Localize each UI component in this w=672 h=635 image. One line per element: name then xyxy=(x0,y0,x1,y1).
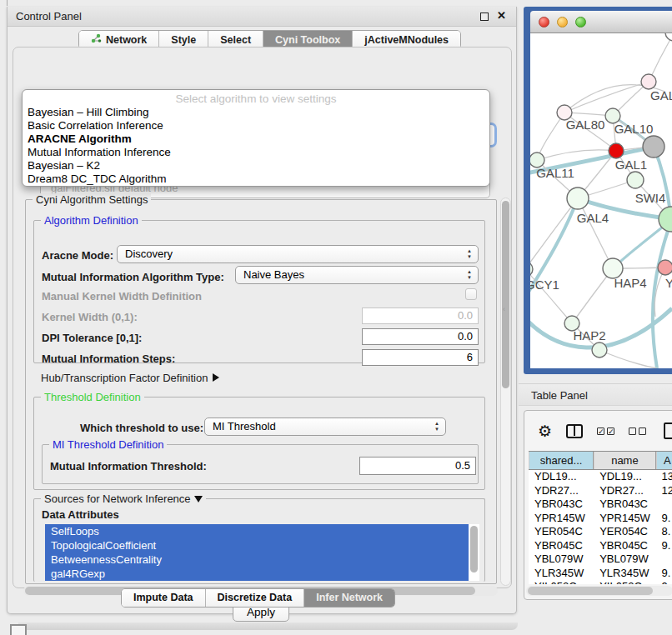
attribute-item[interactable]: TopologicalCoefficient xyxy=(45,538,469,552)
table-row[interactable]: YIL052CYIL052C9 xyxy=(529,580,672,584)
mi-threshold-input[interactable]: 0.5 xyxy=(359,457,476,475)
network-node-label: GAL80 xyxy=(566,118,605,132)
mi-steps-label: Mutual Information Steps: xyxy=(42,352,175,365)
network-node[interactable] xyxy=(665,33,672,41)
table-cell xyxy=(656,498,672,512)
column-header-a[interactable]: A xyxy=(656,452,672,469)
network-node[interactable] xyxy=(641,74,656,89)
table-row[interactable]: YER054CYER054C8. xyxy=(529,525,672,539)
tab-jactivemnodules[interactable]: jActiveMNodules xyxy=(353,31,460,48)
column-header-name[interactable]: name xyxy=(594,452,655,469)
tab-label: Network xyxy=(106,34,147,46)
columns-icon[interactable] xyxy=(566,424,583,438)
algorithm-option[interactable]: Basic Correlation Inference xyxy=(23,119,489,132)
sources-collapser[interactable]: Sources for Network Inference xyxy=(41,492,206,505)
deselect-all-checkboxes-icon[interactable] xyxy=(629,428,646,435)
algorithm-option[interactable]: ARACNE Algorithm xyxy=(23,132,489,146)
algorithm-option[interactable]: Bayesian – K2 xyxy=(23,159,489,172)
zoom-traffic-light[interactable] xyxy=(575,17,586,28)
algorithm-dropdown-popup: Select algorithm to view settings Bayesi… xyxy=(22,89,490,187)
table-cell: YDL19... xyxy=(529,470,594,484)
table-row[interactable]: YBR043CYBR043C xyxy=(529,498,672,512)
attribute-item[interactable]: SelfLoops xyxy=(45,524,469,538)
which-threshold-combo[interactable]: MI Threshold xyxy=(204,418,446,436)
attribute-item[interactable]: gal4RGexp xyxy=(45,567,469,581)
column-header-shared-[interactable]: shared... xyxy=(529,452,594,469)
table-hscrollbar-thumb[interactable] xyxy=(528,587,653,595)
tab-select[interactable]: Select xyxy=(208,31,263,48)
table-horizontal-scrollbar[interactable] xyxy=(526,586,672,596)
kernel-width-input[interactable]: 0.0 xyxy=(362,308,479,324)
network-node[interactable] xyxy=(592,342,607,358)
table-cell: YPR145W xyxy=(529,512,594,526)
table-header-row: shared...nameA xyxy=(529,451,672,470)
mi-threshold-group: MI Threshold Definition Mutual Informati… xyxy=(42,444,479,484)
mi-steps-input[interactable]: 6 xyxy=(362,349,479,366)
mi-threshold-title: MI Threshold Definition xyxy=(49,438,167,451)
network-node[interactable] xyxy=(567,188,589,209)
table-cell: YBL079W xyxy=(529,552,594,567)
table-row[interactable]: YBL079WYBL079W xyxy=(529,552,672,567)
table-row[interactable]: YDR27...YDR27...12 xyxy=(529,484,672,498)
network-node-label: GAL10 xyxy=(614,122,654,136)
table-cell: 12 xyxy=(656,484,672,498)
network-node[interactable] xyxy=(609,143,624,158)
table-panel-titlebar: Table Panel xyxy=(519,383,672,406)
algorithm-popup-placeholder: Select algorithm to view settings xyxy=(23,92,489,106)
manual-kernel-width-checkbox[interactable] xyxy=(465,288,477,300)
aracne-mode-combo[interactable]: Discovery xyxy=(117,245,479,263)
tab-cyni-toolbox[interactable]: Cyni Toolbox xyxy=(263,31,353,48)
float-window-icon[interactable] xyxy=(480,12,489,21)
network-node-label: SWI4 xyxy=(635,191,666,205)
table-cell xyxy=(656,552,672,567)
close-traffic-light[interactable] xyxy=(539,17,549,28)
network-node-label: GAL11 xyxy=(536,166,574,180)
control-panel-titlebar: Control Panel ✕ xyxy=(8,7,516,27)
settings-vertical-scrollbar[interactable] xyxy=(500,198,511,586)
cyni-settings-title: Cyni Algorithm Settings xyxy=(33,193,151,206)
close-icon[interactable]: ✕ xyxy=(497,9,506,22)
panel-divider-grabber[interactable]: ‹ xyxy=(503,305,505,313)
algorithm-option[interactable]: Bayesian – Hill Climbing xyxy=(23,106,489,119)
tab-content-panel: galFiltered.sif default node Select algo… xyxy=(13,47,512,588)
tab-impute-data[interactable]: Impute Data xyxy=(122,589,206,607)
control-panel-window: Control Panel ✕ NetworkStyleSelectCyni T… xyxy=(7,7,517,614)
cyni-mode-segmented-control: Impute DataDiscretize DataInfer Network xyxy=(121,588,395,608)
dpi-tolerance-input[interactable]: 0.0 xyxy=(362,328,479,345)
table-row[interactable]: YBR045CYBR045C9. xyxy=(529,539,672,553)
threshold-definition-group: Threshold Definition Which threshold to … xyxy=(33,397,485,490)
algorithm-definition-title: Algorithm Definition xyxy=(41,214,142,227)
mi-algorithm-type-combo[interactable]: Naive Bayes xyxy=(235,266,479,284)
tab-label: Cyni Toolbox xyxy=(275,34,340,46)
select-all-checkboxes-icon[interactable] xyxy=(597,428,614,435)
hub-definition-expander[interactable]: Hub/Transcription Factor Definition xyxy=(41,372,219,384)
gear-icon[interactable]: ⚙ xyxy=(538,423,552,439)
network-node[interactable] xyxy=(658,260,672,275)
minimize-traffic-light[interactable] xyxy=(557,17,568,28)
network-canvas[interactable]: GALGAL80GAL10GAL1GAL11SWI4GAL4GCY1HAP4YH… xyxy=(530,33,672,368)
network-node[interactable] xyxy=(627,172,644,188)
table-row[interactable]: YPR145WYPR145W9. xyxy=(529,512,672,526)
algorithm-option[interactable]: Mutual Information Inference xyxy=(23,146,489,159)
floating-panel-icon[interactable] xyxy=(10,624,27,635)
attribute-item[interactable]: BetweennessCentrality xyxy=(45,552,469,567)
attributes-scrollbar[interactable] xyxy=(470,526,478,572)
table-cell: YDL19... xyxy=(594,470,655,484)
tab-style[interactable]: Style xyxy=(159,31,208,48)
network-node-label: HAP2 xyxy=(573,328,605,342)
new-table-icon[interactable] xyxy=(664,422,672,439)
network-node[interactable] xyxy=(530,262,533,277)
table-row[interactable]: YDL19...YDL19...13 xyxy=(529,470,672,484)
table-cell: YBR043C xyxy=(529,498,594,512)
tab-network[interactable]: Network xyxy=(79,31,159,48)
network-node-label: GCY1 xyxy=(530,278,559,292)
algorithm-option[interactable]: Dream8 DC_TDC Algorithm xyxy=(23,172,489,186)
network-node[interactable] xyxy=(643,136,664,158)
tab-infer-network[interactable]: Infer Network xyxy=(304,589,394,607)
tab-discretize-data[interactable]: Discretize Data xyxy=(206,589,305,607)
node-table: shared...nameA YDL19...YDL19...13YDR27..… xyxy=(529,451,672,584)
table-row[interactable]: YLR345WYLR345W9. xyxy=(529,567,672,581)
settings-scrollbar-thumb[interactable] xyxy=(502,201,509,388)
network-edge xyxy=(564,82,649,112)
network-node-label: Y xyxy=(665,276,672,290)
